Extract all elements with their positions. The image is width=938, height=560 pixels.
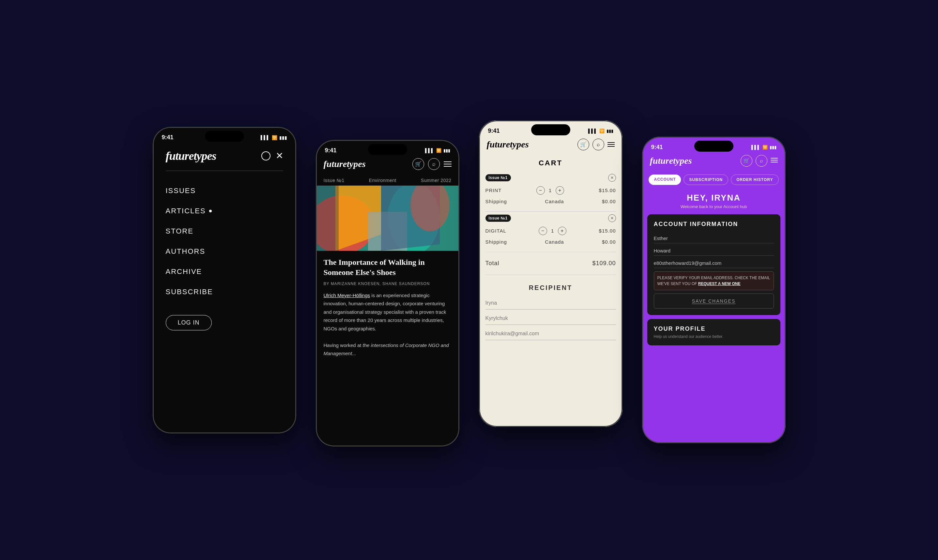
nav-divider (166, 171, 283, 171)
nav-item-store[interactable]: STORE (166, 221, 283, 242)
cart-button[interactable]: 🛒 (413, 158, 424, 170)
status-time-4: 9:41 (651, 144, 663, 151)
item1-qty-control: − 1 + (536, 186, 564, 195)
cart-menu-button[interactable] (607, 142, 615, 147)
cart-search-button[interactable]: ⌕ (593, 138, 604, 150)
dynamic-island (205, 131, 244, 142)
remove-item-1-button[interactable]: ✕ (608, 174, 616, 182)
phone-navigation: 9:41 ▌▌▌ 🛜 ▮▮▮ futuretypes ☽ ✕ (153, 127, 296, 434)
account-menu-button[interactable] (771, 158, 778, 164)
greeting-sub: Welcome back to your Account hub (642, 204, 786, 209)
account-header-icons: 🛒 ⌕ (741, 155, 778, 167)
email-value: e80stherhoward19@gmail.com (654, 260, 774, 266)
login-button[interactable]: LOG IN (166, 315, 212, 331)
dynamic-island-3 (531, 124, 570, 135)
firstname-field: Esther (654, 233, 774, 243)
item2-type: DIGITAL (485, 228, 506, 234)
dynamic-island-2 (368, 144, 407, 155)
nav-item-subscribe[interactable]: SUBSCRIBE (166, 282, 283, 302)
cart-item-2: Issue №1 ✕ DIGITAL − 1 + $15.00 Shipping (485, 214, 616, 246)
account-greeting: HEY, IRYNA Welcome back to your Account … (642, 190, 786, 214)
search-button[interactable]: ⌕ (428, 158, 440, 170)
account-tabs: ACCOUNT SUBSCRIPTION ORDER HISTORY (642, 172, 786, 190)
cart-header-icons: 🛒 ⌕ (578, 138, 615, 150)
item1-type: PRINT (485, 188, 502, 193)
wifi-icon-2: 🛜 (436, 148, 441, 153)
nav-item-issues[interactable]: ISSUES (166, 181, 283, 201)
cart-logo: futuretypes (487, 139, 529, 150)
profile-card: YOUR PROFILE Help us understand our audi… (647, 319, 781, 345)
nav-item-articles[interactable]: ARTICLES (166, 201, 283, 221)
meta-issue: Issue №1 (323, 178, 345, 183)
item2-type-row: DIGITAL − 1 + $15.00 (485, 225, 616, 237)
moon-icon[interactable]: ☽ (261, 151, 271, 160)
phone-cart: 9:41 ▌▌▌ 🛜 ▮▮▮ futuretypes 🛒 ⌕ (479, 120, 622, 427)
cart-total-value: $109.00 (592, 260, 616, 267)
status-icons-2: ▌▌▌ 🛜 ▮▮▮ (425, 148, 450, 153)
item1-decrease-button[interactable]: − (536, 186, 545, 195)
meta-date: Summer 2022 (421, 178, 451, 183)
cart-total-label: Total (485, 260, 499, 267)
recipient-email-input[interactable] (485, 328, 616, 340)
email-field: e80stherhoward19@gmail.com (654, 258, 774, 268)
nav-item-archive[interactable]: ARCHIVE (166, 262, 283, 282)
status-icons-3: ▌▌▌ 🛜 ▮▮▮ (588, 129, 613, 133)
account-card-title: ACCOUNT INFORMATION (654, 221, 774, 228)
battery-icon-4: ▮▮▮ (770, 145, 776, 150)
cart-cart-button[interactable]: 🛒 (578, 138, 589, 150)
phone-article: 9:41 ▌▌▌ 🛜 ▮▮▮ futuretypes 🛒 ⌕ (316, 140, 459, 446)
account-logo: futuretypes (650, 155, 692, 166)
nav-item-authors[interactable]: AUTHORS (166, 242, 283, 262)
item1-increase-button[interactable]: + (556, 186, 564, 195)
dynamic-island-4 (694, 141, 733, 152)
close-icon[interactable]: ✕ (276, 150, 283, 161)
firstname-value: Esther (654, 235, 774, 241)
item1-shipping-row: Shipping Canada $0.00 (485, 197, 616, 206)
cart-divider-2 (485, 252, 616, 252)
item1-shipping-cost: $0.00 (602, 198, 616, 204)
item1-shipping-label: Shipping (485, 198, 507, 204)
battery-icon-1: ▮▮▮ (279, 135, 287, 140)
tab-subscription[interactable]: SUBSCRIPTION (684, 174, 728, 185)
item2-increase-button[interactable]: + (558, 227, 567, 235)
menu-button[interactable] (444, 162, 451, 167)
author-link[interactable]: Ulrich Meyer-Höllings (323, 292, 370, 298)
recipient-firstname-input[interactable] (485, 297, 616, 309)
item2-decrease-button[interactable]: − (539, 227, 547, 235)
nav-logo: futuretypes (166, 149, 216, 163)
request-new-link[interactable]: REQUEST A NEW ONE (698, 282, 741, 286)
save-changes-button[interactable]: SAVE CHANGES (654, 294, 774, 309)
article-header-icons: 🛒 ⌕ (413, 158, 451, 170)
article-body: Ulrich Meyer-Höllings is an experienced … (323, 291, 451, 358)
tab-account[interactable]: ACCOUNT (648, 174, 681, 185)
cart-total-row: Total $109.00 (479, 255, 622, 272)
status-time-3: 9:41 (488, 128, 500, 134)
signal-icon-4: ▌▌▌ (752, 145, 761, 150)
account-info-card: ACCOUNT INFORMATION Esther Howard e80sth… (647, 214, 781, 315)
cart-item-2-header: Issue №1 ✕ (485, 214, 616, 222)
status-time-2: 9:41 (325, 147, 337, 154)
scene: 9:41 ▌▌▌ 🛜 ▮▮▮ futuretypes ☽ ✕ (0, 0, 938, 560)
remove-item-2-button[interactable]: ✕ (608, 214, 616, 222)
profile-card-title: YOUR PROFILE (654, 326, 774, 332)
item2-shipping-label: Shipping (485, 239, 507, 245)
item1-badge: Issue №1 (485, 174, 511, 182)
nav-menu: ISSUES ARTICLES STORE AUTHORS (166, 181, 283, 302)
recipient-lastname-input[interactable] (485, 312, 616, 325)
account-search-button[interactable]: ⌕ (756, 155, 767, 167)
greeting-text: HEY, IRYNA (642, 193, 786, 203)
item1-price: $15.00 (599, 188, 616, 193)
item2-shipping-cost: $0.00 (602, 239, 616, 245)
wifi-icon-4: 🛜 (762, 145, 768, 150)
status-time-1: 9:41 (162, 134, 174, 141)
article-header: futuretypes 🛒 ⌕ (316, 155, 459, 175)
verify-notice: PLEASE VERIFY YOUR EMAIL ADDRESS. CHECK … (654, 271, 774, 290)
articles-dot (209, 210, 212, 212)
meta-category: Environment (369, 178, 396, 183)
article-byline: BY MARIZANNE KNOESEN, SHANE SAUNDERSON (323, 282, 451, 286)
tab-order-history[interactable]: ORDER HISTORY (731, 174, 778, 185)
cart-divider-3 (485, 275, 616, 275)
item2-shipping-row: Shipping Canada $0.00 (485, 237, 616, 246)
account-cart-button[interactable]: 🛒 (741, 155, 752, 167)
cart-title: CART (479, 155, 622, 174)
